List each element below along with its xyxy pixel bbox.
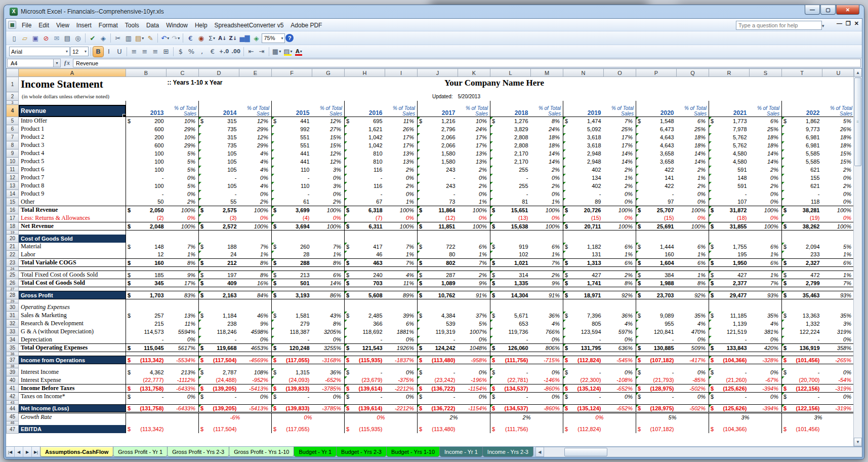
col-header-Q[interactable]: Q bbox=[677, 69, 709, 77]
col-header-A[interactable]: A bbox=[19, 69, 126, 77]
cell-Q10[interactable]: 14% bbox=[677, 158, 709, 166]
cell-F33[interactable]: 118,387 bbox=[272, 328, 312, 336]
cell-U35[interactable]: 358% bbox=[822, 344, 855, 352]
cell-E8[interactable]: 29% bbox=[239, 141, 272, 149]
font-size-select[interactable]: 12▾ bbox=[70, 47, 89, 56]
borders-icon[interactable]: ▦▾ bbox=[271, 47, 282, 57]
cell-Q9[interactable]: 14% bbox=[677, 149, 709, 158]
cell-E16[interactable]: 100% bbox=[239, 206, 272, 214]
row-header-16[interactable]: 16 bbox=[7, 206, 19, 214]
cell-K15[interactable]: 1% bbox=[458, 198, 490, 206]
row-header-15[interactable]: 15 bbox=[7, 198, 19, 206]
cell-O34[interactable]: 0% bbox=[604, 336, 636, 344]
cell-H11[interactable]: 116 bbox=[345, 166, 385, 174]
cell-T37[interactable]: $(101,456) bbox=[782, 356, 822, 364]
cell-R22[interactable]: 195 bbox=[709, 251, 750, 259]
cell-A31[interactable]: Sales & Marketing bbox=[19, 312, 126, 320]
cell-J11[interactable]: 243 bbox=[418, 166, 458, 174]
cell-A21[interactable]: Material bbox=[19, 243, 126, 251]
cell-F21[interactable]: $260 bbox=[272, 243, 312, 251]
cell-P23[interactable]: $1,604 bbox=[636, 259, 677, 267]
cell-B47[interactable]: $(113,342) bbox=[126, 425, 167, 433]
cell-E14[interactable]: 0% bbox=[239, 190, 272, 198]
cell-S18[interactable]: 100% bbox=[750, 222, 782, 230]
cell-B11[interactable]: 100 bbox=[126, 166, 167, 174]
row-header-8[interactable]: 8 bbox=[7, 141, 19, 149]
cell-U34[interactable]: 0% bbox=[822, 336, 855, 344]
cell-H26[interactable]: $703 bbox=[345, 279, 385, 287]
cell-P41[interactable]: $(128,975) bbox=[636, 384, 677, 393]
cell-R23[interactable]: $1,950 bbox=[709, 259, 750, 267]
fill-color-icon[interactable]: ▨▾ bbox=[282, 47, 293, 57]
cell-I16[interactable]: 100% bbox=[385, 206, 418, 214]
cell-U28[interactable]: 93% bbox=[822, 291, 855, 299]
cell-I4[interactable]: % of TotalSales bbox=[385, 105, 418, 117]
cell-E42[interactable]: 0% bbox=[239, 393, 272, 401]
cell-R47[interactable]: $(104,366) bbox=[709, 425, 750, 433]
cell-Q33[interactable]: 470% bbox=[677, 328, 709, 336]
cell-B22[interactable]: 12 bbox=[126, 251, 167, 259]
cell-U32[interactable]: 3% bbox=[822, 320, 855, 328]
cell-L17[interactable]: (13) bbox=[490, 214, 531, 222]
row-header-20[interactable]: 20 bbox=[7, 235, 19, 243]
cell-E37[interactable]: -4569% bbox=[239, 356, 272, 364]
cell-E5[interactable]: 12% bbox=[239, 117, 272, 125]
cell-I23[interactable]: 7% bbox=[385, 259, 418, 267]
cell-L14[interactable]: - bbox=[490, 190, 531, 198]
cell-F35[interactable]: $120,248 bbox=[272, 344, 312, 352]
cell-R5[interactable]: $1,773 bbox=[709, 117, 750, 125]
row-header-39[interactable]: 39 bbox=[7, 368, 19, 376]
cell-M16[interactable]: 100% bbox=[531, 206, 563, 214]
cell-S5[interactable]: 6% bbox=[750, 117, 782, 125]
cell-M6[interactable]: 24% bbox=[531, 125, 563, 133]
cell-S47[interactable] bbox=[750, 425, 782, 433]
cell-G44[interactable]: -3785% bbox=[312, 405, 345, 413]
cell-S21[interactable]: 6% bbox=[750, 243, 782, 251]
cell-C47[interactable] bbox=[167, 425, 199, 433]
col-header-S[interactable]: S bbox=[750, 69, 782, 77]
cell-C15[interactable]: 2% bbox=[167, 198, 199, 206]
cell-N42[interactable]: $- bbox=[563, 393, 604, 401]
cell-H44[interactable]: $(139,614) bbox=[345, 405, 385, 413]
cell-C7[interactable]: 10% bbox=[167, 133, 199, 141]
cell-Q23[interactable]: 6% bbox=[677, 259, 709, 267]
menu-format[interactable]: Format bbox=[95, 20, 121, 30]
cell-A7[interactable]: Product 2 bbox=[19, 133, 126, 141]
cell-D26[interactable]: $409 bbox=[199, 279, 239, 287]
cell-E32[interactable]: 9% bbox=[239, 320, 272, 328]
cell-T18[interactable]: $38,262 bbox=[782, 222, 822, 230]
cell-A25[interactable]: Total Fixed Cost of Goods Sold bbox=[19, 271, 126, 279]
font-name-select[interactable]: Arial▾ bbox=[9, 47, 70, 56]
cell-E12[interactable]: 0% bbox=[239, 174, 272, 182]
cell-A35[interactable]: Total Operating Expenses bbox=[19, 344, 126, 352]
cell-N9[interactable]: 2,948 bbox=[563, 149, 604, 158]
copy-icon[interactable]: ▥ bbox=[123, 33, 134, 43]
cell-F37[interactable]: $(117,055) bbox=[272, 356, 312, 364]
col-header-R[interactable]: R bbox=[709, 69, 750, 77]
cell-F16[interactable]: $3,699 bbox=[272, 206, 312, 214]
cell-U47[interactable] bbox=[822, 425, 855, 433]
cell-O15[interactable]: 0% bbox=[604, 198, 636, 206]
menu-view[interactable]: View bbox=[53, 20, 73, 30]
cell-U39[interactable]: 0% bbox=[822, 368, 855, 376]
cell-H15[interactable]: 67 bbox=[345, 198, 385, 206]
cell-R45[interactable]: 3% bbox=[709, 413, 782, 421]
cell-G31[interactable]: 43% bbox=[312, 312, 345, 320]
workbook-icon[interactable]: ▤ bbox=[8, 21, 16, 29]
sheet-tab-gross-profit-yrs-1-10[interactable]: Gross Profit - Yrs 1-10 bbox=[229, 447, 294, 457]
col-header-I[interactable]: I bbox=[385, 69, 418, 77]
cell-O21[interactable]: 6% bbox=[604, 243, 636, 251]
cell-O11[interactable]: 2% bbox=[604, 166, 636, 174]
cell-K8[interactable]: 17% bbox=[458, 141, 490, 149]
cell-D23[interactable]: $212 bbox=[199, 259, 239, 267]
menu-file[interactable]: File bbox=[18, 20, 35, 30]
cell-B12[interactable]: - bbox=[126, 174, 167, 182]
cell-A32[interactable]: Research & Development bbox=[19, 320, 126, 328]
cell-P22[interactable]: 160 bbox=[636, 251, 677, 259]
cell-P44[interactable]: $(128,975) bbox=[636, 405, 677, 413]
cell-E25[interactable]: 8% bbox=[239, 271, 272, 279]
cell-S41[interactable]: -394% bbox=[750, 384, 782, 393]
cell-Q41[interactable]: -502% bbox=[677, 384, 709, 393]
horizontal-scrollbar[interactable]: ◀ bbox=[535, 447, 862, 457]
col-header-T[interactable]: T bbox=[782, 69, 822, 77]
